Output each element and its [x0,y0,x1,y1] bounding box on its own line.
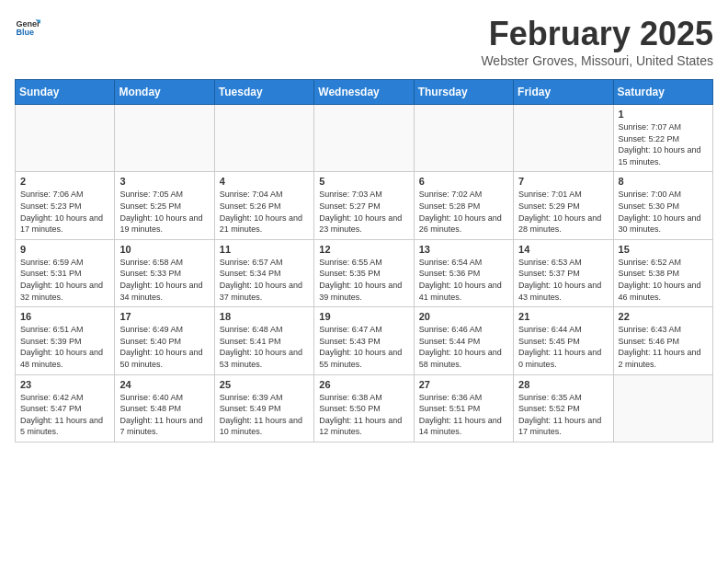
day-number: 28 [518,379,608,390]
day-number: 5 [319,176,408,187]
week-row-2: 2Sunrise: 7:06 AM Sunset: 5:23 PM Daylig… [16,172,713,239]
day-info: Sunrise: 6:35 AM Sunset: 5:52 PM Dayligh… [518,392,608,438]
day-info: Sunrise: 6:54 AM Sunset: 5:36 PM Dayligh… [419,257,508,303]
calendar-cell [414,105,513,172]
day-info: Sunrise: 6:53 AM Sunset: 5:37 PM Dayligh… [518,257,608,303]
calendar-cell: 11Sunrise: 6:57 AM Sunset: 5:34 PM Dayli… [214,239,313,306]
day-number: 1 [619,109,708,120]
page-header: General Blue February 2025 Webster Grove… [15,15,713,68]
day-info: Sunrise: 6:48 AM Sunset: 5:41 PM Dayligh… [220,324,309,370]
day-number: 26 [319,379,408,390]
week-row-3: 9Sunrise: 6:59 AM Sunset: 5:31 PM Daylig… [16,239,713,306]
day-number: 12 [319,244,408,255]
calendar-cell: 5Sunrise: 7:03 AM Sunset: 5:27 PM Daylig… [314,172,414,239]
day-info: Sunrise: 6:47 AM Sunset: 5:43 PM Dayligh… [319,324,408,370]
day-number: 13 [419,244,508,255]
day-number: 25 [220,379,309,390]
day-info: Sunrise: 7:05 AM Sunset: 5:25 PM Dayligh… [119,189,209,235]
calendar-cell: 23Sunrise: 6:42 AM Sunset: 5:47 PM Dayli… [16,374,115,442]
day-number: 27 [419,379,508,390]
day-info: Sunrise: 6:52 AM Sunset: 5:38 PM Dayligh… [619,257,708,303]
calendar-cell [115,105,214,172]
logo: General Blue [15,15,40,40]
day-info: Sunrise: 6:36 AM Sunset: 5:51 PM Dayligh… [419,392,508,438]
calendar-cell: 24Sunrise: 6:40 AM Sunset: 5:48 PM Dayli… [115,374,214,442]
weekday-header-thursday: Thursday [414,80,513,105]
calendar-cell: 2Sunrise: 7:06 AM Sunset: 5:23 PM Daylig… [16,172,115,239]
calendar-cell: 12Sunrise: 6:55 AM Sunset: 5:35 PM Dayli… [314,239,414,306]
calendar-cell: 4Sunrise: 7:04 AM Sunset: 5:26 PM Daylig… [214,172,313,239]
calendar-cell [613,374,712,442]
day-info: Sunrise: 7:06 AM Sunset: 5:23 PM Dayligh… [20,189,109,235]
calendar-cell [16,105,115,172]
day-number: 24 [119,379,209,390]
calendar-cell: 10Sunrise: 6:58 AM Sunset: 5:33 PM Dayli… [115,239,214,306]
calendar-cell: 19Sunrise: 6:47 AM Sunset: 5:43 PM Dayli… [314,307,414,374]
day-number: 7 [518,176,608,187]
day-info: Sunrise: 6:38 AM Sunset: 5:50 PM Dayligh… [319,392,408,438]
calendar-cell: 15Sunrise: 6:52 AM Sunset: 5:38 PM Dayli… [613,239,712,306]
day-number: 21 [518,311,608,322]
calendar-cell: 14Sunrise: 6:53 AM Sunset: 5:37 PM Dayli… [514,239,613,306]
day-info: Sunrise: 6:57 AM Sunset: 5:34 PM Dayligh… [220,257,309,303]
calendar-cell: 26Sunrise: 6:38 AM Sunset: 5:50 PM Dayli… [314,374,414,442]
weekday-header-sunday: Sunday [16,80,115,105]
day-number: 23 [20,379,109,390]
calendar-cell: 20Sunrise: 6:46 AM Sunset: 5:44 PM Dayli… [414,307,513,374]
weekday-header-monday: Monday [115,80,214,105]
calendar-cell: 21Sunrise: 6:44 AM Sunset: 5:45 PM Dayli… [514,307,613,374]
weekday-header-tuesday: Tuesday [214,80,313,105]
month-title: February 2025 [481,15,713,53]
week-row-1: 1Sunrise: 7:07 AM Sunset: 5:22 PM Daylig… [16,105,713,172]
calendar-cell: 27Sunrise: 6:36 AM Sunset: 5:51 PM Dayli… [414,374,513,442]
day-number: 2 [20,176,109,187]
calendar-cell: 13Sunrise: 6:54 AM Sunset: 5:36 PM Dayli… [414,239,513,306]
day-info: Sunrise: 6:58 AM Sunset: 5:33 PM Dayligh… [119,257,209,303]
calendar-table: SundayMondayTuesdayWednesdayThursdayFrid… [15,79,713,442]
day-info: Sunrise: 7:07 AM Sunset: 5:22 PM Dayligh… [619,121,708,167]
calendar-cell: 16Sunrise: 6:51 AM Sunset: 5:39 PM Dayli… [16,307,115,374]
calendar-cell: 9Sunrise: 6:59 AM Sunset: 5:31 PM Daylig… [16,239,115,306]
day-number: 11 [220,244,309,255]
day-info: Sunrise: 6:40 AM Sunset: 5:48 PM Dayligh… [119,392,209,438]
day-number: 14 [518,244,608,255]
day-number: 9 [20,244,109,255]
weekday-header-friday: Friday [514,80,613,105]
day-info: Sunrise: 7:02 AM Sunset: 5:28 PM Dayligh… [419,189,508,235]
weekday-header-wednesday: Wednesday [314,80,414,105]
day-info: Sunrise: 7:00 AM Sunset: 5:30 PM Dayligh… [619,189,708,235]
day-info: Sunrise: 6:49 AM Sunset: 5:40 PM Dayligh… [119,324,209,370]
week-row-4: 16Sunrise: 6:51 AM Sunset: 5:39 PM Dayli… [16,307,713,374]
calendar-cell [214,105,313,172]
day-info: Sunrise: 6:42 AM Sunset: 5:47 PM Dayligh… [20,392,109,438]
day-number: 19 [319,311,408,322]
day-info: Sunrise: 6:46 AM Sunset: 5:44 PM Dayligh… [419,324,508,370]
calendar-cell: 28Sunrise: 6:35 AM Sunset: 5:52 PM Dayli… [514,374,613,442]
calendar-cell: 18Sunrise: 6:48 AM Sunset: 5:41 PM Dayli… [214,307,313,374]
calendar-cell: 1Sunrise: 7:07 AM Sunset: 5:22 PM Daylig… [613,105,712,172]
day-number: 10 [119,244,209,255]
day-info: Sunrise: 6:44 AM Sunset: 5:45 PM Dayligh… [518,324,608,370]
day-info: Sunrise: 6:43 AM Sunset: 5:46 PM Dayligh… [619,324,708,370]
day-number: 18 [220,311,309,322]
day-number: 3 [119,176,209,187]
calendar-cell: 3Sunrise: 7:05 AM Sunset: 5:25 PM Daylig… [115,172,214,239]
day-number: 4 [220,176,309,187]
day-info: Sunrise: 6:39 AM Sunset: 5:49 PM Dayligh… [220,392,309,438]
calendar-cell: 25Sunrise: 6:39 AM Sunset: 5:49 PM Dayli… [214,374,313,442]
svg-text:Blue: Blue [16,28,34,37]
calendar-cell: 22Sunrise: 6:43 AM Sunset: 5:46 PM Dayli… [613,307,712,374]
day-info: Sunrise: 7:04 AM Sunset: 5:26 PM Dayligh… [220,189,309,235]
day-info: Sunrise: 6:55 AM Sunset: 5:35 PM Dayligh… [319,257,408,303]
day-info: Sunrise: 6:59 AM Sunset: 5:31 PM Dayligh… [20,257,109,303]
calendar-cell: 8Sunrise: 7:00 AM Sunset: 5:30 PM Daylig… [613,172,712,239]
day-number: 22 [619,311,708,322]
weekday-header-saturday: Saturday [613,80,712,105]
logo-icon: General Blue [15,15,40,40]
day-number: 8 [619,176,708,187]
day-number: 6 [419,176,508,187]
day-info: Sunrise: 7:03 AM Sunset: 5:27 PM Dayligh… [319,189,408,235]
day-number: 20 [419,311,508,322]
day-number: 15 [619,244,708,255]
calendar-cell: 17Sunrise: 6:49 AM Sunset: 5:40 PM Dayli… [115,307,214,374]
